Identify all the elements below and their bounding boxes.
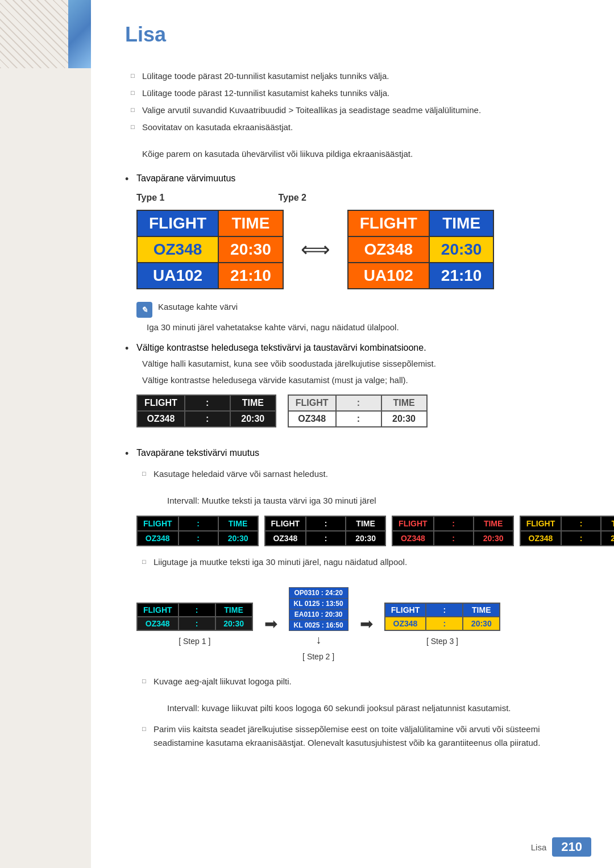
- type2-flight-table: FLIGHT TIME OZ348 20:30 UA102 21:10: [347, 210, 495, 289]
- page-title: Lisa: [125, 23, 580, 47]
- cv4-colon: :: [561, 516, 601, 531]
- step3-2030: 20:30: [463, 617, 500, 630]
- cv4-colon2: :: [561, 531, 601, 546]
- cv3-2030: 20:30: [474, 531, 513, 546]
- cv3-flight: FLIGHT: [392, 516, 434, 531]
- color-variants-row: FLIGHT : TIME OZ348 : 20:30 FLIGHT : TIM…: [136, 516, 580, 546]
- small-table-dark: FLIGHT : TIME OZ348 : 20:30: [136, 394, 276, 427]
- step1-time: TIME: [215, 603, 252, 617]
- sf-light-oz348: OZ348: [288, 411, 336, 427]
- page-wrapper: Lisa Lülitage toode pärast 20-tunnilist …: [91, 0, 614, 868]
- flight-tables-row: FLIGHT TIME OZ348 20:30 UA102 21:10 ⟺ FL…: [136, 210, 580, 289]
- step2-row3: EA0110 : 20:30: [289, 609, 348, 620]
- step1-table: FLIGHT : TIME OZ348 : 20:30: [136, 603, 253, 631]
- cv1-flight: FLIGHT: [137, 516, 179, 531]
- sf-light-2030: 20:30: [381, 411, 427, 427]
- sf-light-colon: :: [336, 395, 381, 411]
- step1-flight: FLIGHT: [137, 603, 179, 617]
- type1-label: Type 1: [136, 193, 165, 203]
- type1-flight-table: FLIGHT TIME OZ348 20:30 UA102 21:10: [136, 210, 284, 289]
- step3-time: TIME: [463, 603, 500, 617]
- section3-sub2: Liigutage ja muutke teksti iga 30 minuti…: [142, 555, 580, 569]
- section5-sub-text: Parim viis kaitsta seadet järelkujutise …: [154, 724, 540, 747]
- cv3-oz348: OZ348: [392, 531, 434, 546]
- type2-flight-header: FLIGHT: [348, 210, 429, 236]
- diagonal-pattern: [0, 0, 68, 68]
- type1-ua102: UA102: [137, 263, 218, 289]
- type2-time2: 21:10: [429, 263, 494, 289]
- cv1-colon2: :: [179, 531, 218, 546]
- type1-time2: 21:10: [218, 263, 283, 289]
- step1-label: [ Step 1 ]: [179, 637, 210, 646]
- section2-text2: Vältige kontrastse heledusega värvide ka…: [125, 374, 580, 387]
- sf-dark-flight: FLIGHT: [137, 395, 185, 411]
- cv-table-white: FLIGHT : TIME OZ348 : 20:30: [264, 516, 387, 546]
- page-footer: Lisa 210: [531, 837, 591, 857]
- step2-row1: OP0310 : 24:20: [289, 587, 348, 598]
- section4-sub-list: Kuvage aeg-ajalt liikuvat logoga pilti.: [142, 675, 580, 688]
- cv3-colon: :: [434, 516, 474, 531]
- section3-sub2-list: Liigutage ja muutke teksti iga 30 minuti…: [142, 555, 580, 569]
- cv1-oz348: OZ348: [137, 531, 179, 546]
- step2-mid-table: OP0310 : 24:20 KL 0125 : 13:50 EA0110 : …: [289, 587, 349, 631]
- section4-sub: Kuvage aeg-ajalt liikuvat logoga pilti.: [142, 675, 580, 688]
- note-bold-text: Kasutage kahte värvi: [158, 301, 238, 314]
- type1-oz348: OZ348: [137, 236, 218, 263]
- top-bullet-item-4: Soovitatav on kasutada ekraanisäästjat.: [131, 121, 580, 134]
- type-labels-row: Type 1 Type 2: [136, 193, 580, 203]
- step3-block: FLIGHT : TIME OZ348 : 20:30 [ Step 3 ]: [384, 603, 501, 646]
- cv2-colon2: :: [306, 531, 346, 546]
- section3-sub1-note: Intervall: Muutke teksti ja tausta värvi…: [150, 495, 580, 508]
- step2-mid: OP0310 : 24:20 KL 0125 : 13:50 EA0110 : …: [289, 587, 349, 646]
- steps-row: FLIGHT : TIME OZ348 : 20:30 [ Step 1 ] ➡…: [136, 587, 580, 661]
- sf-dark-oz348: OZ348: [137, 411, 185, 427]
- step3-colon: :: [426, 603, 463, 617]
- section2-bullet-text: Vältige kontrastse heledusega tekstivärv…: [136, 343, 426, 352]
- step1-colon2: :: [179, 617, 215, 630]
- step1-block: FLIGHT : TIME OZ348 : 20:30 [ Step 1 ]: [136, 603, 253, 646]
- section3-sub-list: Kasutage heledaid värve või sarnast hele…: [142, 467, 580, 481]
- section3-sub1: Kasutage heledaid värve või sarnast hele…: [142, 467, 580, 481]
- sf-light-time: TIME: [381, 395, 427, 411]
- sf-light-colon2: :: [336, 411, 381, 427]
- sf-light-flight: FLIGHT: [288, 395, 336, 411]
- cv3-colon2: :: [434, 531, 474, 546]
- section2-text1: Vältige halli kasutamist, kuna see võib …: [125, 358, 580, 371]
- step1-colon: :: [179, 603, 215, 617]
- step1-2030: 20:30: [215, 617, 252, 630]
- note-row: ✎ Kasutage kahte värvi: [136, 301, 580, 318]
- cv4-time: TIME: [601, 516, 614, 531]
- cv2-time: TIME: [346, 516, 385, 531]
- cv2-colon: :: [306, 516, 346, 531]
- footer-page-number: 210: [552, 837, 591, 857]
- type2-oz348: OZ348: [348, 236, 429, 263]
- cv2-flight: FLIGHT: [265, 516, 306, 531]
- cv3-time: TIME: [474, 516, 513, 531]
- sf-dark-colon2: :: [185, 411, 230, 427]
- note-icon: ✎: [136, 302, 152, 318]
- bidirectional-arrow-icon: ⟺: [301, 238, 330, 261]
- step3-oz348: OZ348: [385, 617, 426, 630]
- section3-bullet: Tavapärane tekstivärvi muutus: [125, 448, 580, 458]
- type2-time-header: TIME: [429, 210, 494, 236]
- top-bullet-list: Lülitage toode pärast 20-tunnilist kasut…: [131, 69, 580, 134]
- type2-ua102: UA102: [348, 263, 429, 289]
- step2-to-step3-arrow: ➡: [360, 614, 373, 633]
- step2-block: OP0310 : 24:20 KL 0125 : 13:50 EA0110 : …: [289, 587, 349, 661]
- cv2-2030: 20:30: [346, 531, 385, 546]
- sf-dark-2030: 20:30: [230, 411, 276, 427]
- top-bullet-item-3: Valige arvutil suvandid Kuvaatribuudid >…: [131, 103, 580, 117]
- sidebar-blue-bar: [68, 0, 91, 68]
- cv1-2030: 20:30: [218, 531, 258, 546]
- arrow-down-icon: ↓: [316, 633, 321, 646]
- left-sidebar: [0, 0, 91, 868]
- section1-bullet-text: Tavapärane värvimuutus: [136, 173, 235, 183]
- cv-table-yellow: FLIGHT : TIME OZ348 : 20:30: [520, 516, 614, 546]
- indented-note-text: Kõige parem on kasutada ühevärvilist või…: [125, 148, 580, 161]
- footer-label: Lisa: [531, 842, 547, 852]
- section5-sub-list: Parim viis kaitsta seadet järelkujutise …: [142, 722, 580, 750]
- step3-flight: FLIGHT: [385, 603, 426, 617]
- cv4-2030: 20:30: [601, 531, 614, 546]
- cv2-oz348: OZ348: [265, 531, 306, 546]
- section1-bullet: Tavapärane värvimuutus: [125, 173, 580, 184]
